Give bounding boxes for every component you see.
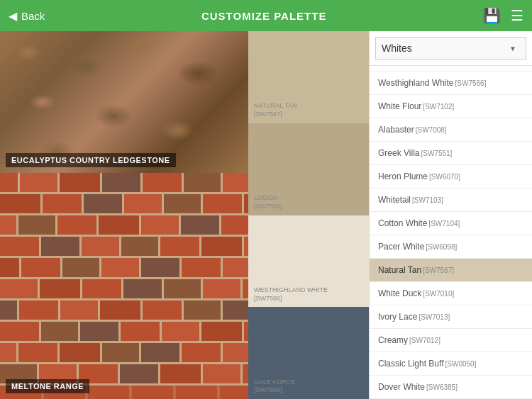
brick-row [0,258,248,279]
brick-cell [143,173,184,192]
dropdown-wrap: Whites ▼ [370,31,532,66]
brick-cell [18,343,60,362]
swatch-natural-tan[interactable]: NATURAL TAN [SW7567] [248,31,369,123]
brick-cell [223,258,248,277]
color-list-item[interactable]: Dover White [SW6385] [370,376,532,399]
color-name: Classic Light Buff [378,359,444,369]
brick-cell [223,343,248,362]
brick-cell [162,322,201,341]
brick-cell [120,364,160,383]
brick-cell [181,215,221,235]
color-list-item[interactable]: Greek Villa [SW7551] [370,142,532,165]
color-list-item[interactable]: Cotton White [SW7104] [370,212,532,235]
back-button[interactable]: ◀ Back [9,9,45,23]
stone-image: EUCALYPTUS COUNTRY LEDGESTONE [0,31,248,173]
brick-cell [0,215,18,235]
color-list-item[interactable]: Classic Light Buff [SW0050] [370,352,532,376]
swatch-westhighland[interactable]: WESTHIGHLAND WHITE [SW7566] [248,215,369,308]
color-list-item[interactable]: White Flour [SW7102] [370,95,532,118]
brick-cell [82,237,121,256]
brick-cell [164,279,203,298]
brick-cell [101,258,141,277]
save-icon[interactable]: 💾 [483,7,501,24]
header-actions: 💾 ☰ [483,7,523,24]
color-list-item[interactable]: Heron Plume [SW6070] [370,165,532,189]
brick-cell [0,237,41,256]
brick-cell [184,300,223,320]
brick-cell [102,343,141,362]
left-panel: EUCALYPTUS COUNTRY LEDGESTONE [0,31,248,399]
brick-row [0,215,248,237]
brick-image: MELTONE RANGE [0,173,248,399]
back-label: Back [21,10,45,22]
color-name: White Duck [378,288,421,298]
brick-label: MELTONE RANGE [6,379,89,393]
menu-icon[interactable]: ☰ [511,7,523,24]
color-code: [SW6385] [426,383,458,391]
back-arrow-icon: ◀ [9,9,17,23]
color-list-item[interactable]: Pacer White [SW6098] [370,235,532,259]
swatch-label: LOGGIA [SW7506] [254,194,282,210]
brick-cell [123,279,164,298]
color-name: Natural Tan [378,265,421,275]
brick-cell [0,322,41,341]
brick-cell [82,279,123,298]
color-list-item[interactable]: Westhighland White [SW7566] [370,72,532,95]
color-name: Greek Villa [378,148,419,158]
brick-cell [203,364,243,383]
brick-cell [141,215,181,235]
brick-cell [0,173,20,192]
stone-label: EUCALYPTUS COUNTRY LEDGESTONE [6,153,176,167]
swatches-column: NATURAL TAN [SW7567] LOGGIA [SW7506] WES… [248,31,369,399]
stone-texture [0,31,248,173]
color-list-item[interactable]: Pure White [SW7005] [370,66,532,72]
color-code: [SW7566] [455,79,487,87]
color-list-item[interactable]: Whitetail [SW7103] [370,189,532,212]
brick-cell [182,258,223,277]
color-code: [SW7551] [421,150,452,157]
swatch-gale-force[interactable]: GALE FORCE [SW7605] [248,307,369,399]
brick-cell [84,194,124,213]
brick-cell [62,258,101,277]
brick-row [0,237,248,258]
page-title: CUSTOMIZE PALETTE [201,10,326,22]
brick-cell [124,194,164,213]
color-name: Whitetail [378,195,411,205]
color-list-item[interactable]: Natural Tan [SW7567] [370,259,532,282]
brick-cell [102,173,143,192]
color-code: [SW7012] [409,337,440,344]
brick-cell [99,215,141,235]
color-code: [SW7104] [428,220,460,227]
color-name: Pacer White [378,242,424,252]
right-panel: NATURAL TAN [SW7567] LOGGIA [SW7506] WES… [248,31,532,399]
brick-cell [19,300,60,320]
color-code: [SW7102] [423,103,454,111]
color-list-item[interactable]: Ivory Lace [SW7013] [370,305,532,329]
brick-cell [182,343,223,362]
brick-cell [141,343,182,362]
color-name: Cotton White [378,218,427,228]
brick-row [0,194,248,215]
brick-cell [164,194,203,213]
color-code: [SW6070] [429,173,460,181]
brick-cell [41,322,80,341]
category-select[interactable]: Whites [375,37,526,60]
color-code: [SW7103] [412,196,443,204]
color-code: [SW6098] [426,243,457,251]
brick-cell [121,322,162,341]
brick-row [0,173,248,194]
color-list-item[interactable]: White Duck [SW7010] [370,282,532,305]
color-name: Alabaster [378,125,414,135]
brick-cell [243,364,248,383]
brick-row [0,343,248,364]
color-list-item[interactable]: Alabaster [SW7008] [370,118,532,142]
header: ◀ Back CUSTOMIZE PALETTE 💾 ☰ [0,0,532,31]
color-code: [SW7013] [419,313,450,321]
brick-cell [60,173,102,192]
color-list-item[interactable]: Creamy [SW7012] [370,329,532,352]
color-list: Pure White [SW7005]Westhighland White [S… [370,66,532,399]
swatch-label: GALE FORCE [SW7605] [254,378,295,395]
brick-cell [201,237,244,256]
swatch-loggia[interactable]: LOGGIA [SW7506] [248,123,369,215]
swatch-label: WESTHIGHLAND WHITE [SW7566] [254,286,328,303]
